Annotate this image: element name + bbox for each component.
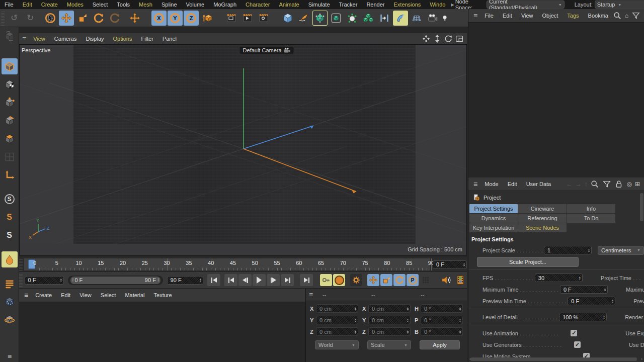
model-mode-icon[interactable] xyxy=(2,58,18,74)
menu-simulate[interactable]: Simulate xyxy=(304,2,335,8)
subdivision-surface-icon[interactable] xyxy=(329,11,344,26)
panel-menu-icon[interactable]: ≡ xyxy=(306,291,315,299)
lock-icon[interactable] xyxy=(614,179,623,189)
coord-field[interactable]: 0 cm▴▾ xyxy=(316,304,358,313)
undo-icon[interactable]: ↺ xyxy=(7,11,22,26)
go-to-start-icon[interactable] xyxy=(207,274,220,286)
key-position-icon[interactable] xyxy=(367,274,379,286)
vp-menu-display[interactable]: Display xyxy=(81,36,108,42)
apply-button[interactable]: Apply xyxy=(420,340,460,349)
target-icon[interactable]: ◎ xyxy=(626,180,631,188)
add-icon[interactable]: ⊞ xyxy=(635,180,640,188)
loop-start-field[interactable]: 0 F ▴▾ xyxy=(25,276,64,285)
key-pla-icon[interactable] xyxy=(420,274,432,286)
tab-dynamics[interactable]: Dynamics xyxy=(469,214,518,223)
key-parameter-icon[interactable]: P xyxy=(407,274,419,286)
object-row[interactable]: Project xyxy=(468,191,644,204)
spinner-icon[interactable]: ▴▾ xyxy=(602,315,605,319)
render-preview-icon[interactable] xyxy=(454,274,467,287)
rotate-cube-icon[interactable] xyxy=(2,312,18,328)
solo-single-icon[interactable]: S xyxy=(2,209,18,225)
menu-file[interactable]: File xyxy=(0,2,18,8)
menu-overflow-arrow[interactable]: ▶ xyxy=(450,3,455,7)
texture-mode-icon[interactable] xyxy=(2,76,18,93)
menu-edit[interactable]: Edit xyxy=(18,2,37,8)
menu-mograph[interactable]: MoGraph xyxy=(209,2,241,8)
tab-scene-nodes[interactable]: Scene Nodes xyxy=(518,223,567,232)
last-tool-icon[interactable] xyxy=(107,11,122,26)
scale-project-button[interactable]: Scale Project... xyxy=(477,257,579,267)
solo-hierarchy-icon[interactable]: S xyxy=(2,227,18,243)
filter-icon[interactable] xyxy=(602,179,611,189)
om-menu-object[interactable]: Object xyxy=(538,13,563,19)
value-field[interactable]: 100 %▴▾ xyxy=(559,313,607,321)
camera-label[interactable]: Default Camera xyxy=(240,47,294,54)
simulate-icon[interactable] xyxy=(377,11,392,26)
attr-menu-mode[interactable]: Mode xyxy=(480,181,503,187)
transport-grip[interactable] xyxy=(19,274,23,287)
coord-field[interactable]: 0 °▴▾ xyxy=(421,316,463,324)
pan-view-icon[interactable] xyxy=(422,34,431,43)
mat-menu-texture[interactable]: Texture xyxy=(149,292,177,298)
move-tool-icon[interactable] xyxy=(59,11,74,26)
forward-arrow-icon[interactable]: → xyxy=(575,180,581,188)
spinner-icon[interactable]: ▴▾ xyxy=(458,307,461,311)
coordinate-system-icon[interactable] xyxy=(200,11,215,26)
menu-extensions[interactable]: Extensions xyxy=(389,2,425,8)
om-menu-edit[interactable]: Edit xyxy=(498,13,517,19)
checkbox-checked[interactable]: ✓ xyxy=(574,341,581,348)
om-menu-view[interactable]: View xyxy=(517,13,538,19)
back-arrow-icon[interactable]: ← xyxy=(566,180,572,188)
spinner-icon[interactable]: ▴▾ xyxy=(458,330,461,334)
next-frame-icon[interactable] xyxy=(267,274,280,286)
mat-menu-view[interactable]: View xyxy=(75,292,96,298)
spinner-icon[interactable]: ▴▾ xyxy=(198,278,201,282)
render-settings-icon[interactable] xyxy=(256,11,271,26)
timeline-grip[interactable] xyxy=(19,258,23,270)
menu-modes[interactable]: Modes xyxy=(62,2,88,8)
primitive-cube-icon[interactable] xyxy=(280,11,295,26)
noise-cube-icon[interactable] xyxy=(2,294,18,310)
vp-menu-options[interactable]: Options xyxy=(109,36,137,42)
menu-tools[interactable]: Tools xyxy=(112,2,134,8)
panel-menu-icon[interactable]: ≡ xyxy=(470,12,480,20)
autokey-record-icon[interactable] xyxy=(333,274,345,286)
menu-mesh[interactable]: Mesh xyxy=(134,2,157,8)
menu-windo[interactable]: Windo xyxy=(425,2,450,8)
window-corner-menu-icon[interactable]: ≡ xyxy=(2,352,18,361)
menu-animate[interactable]: Animate xyxy=(274,2,303,8)
spinner-icon[interactable]: ▴▾ xyxy=(406,307,409,311)
attr-menu-user-data[interactable]: User Data xyxy=(522,181,556,187)
om-menu-bookma[interactable]: Bookma xyxy=(584,13,613,19)
workplane-icon[interactable] xyxy=(2,276,18,292)
vp-menu-panel[interactable]: Panel xyxy=(158,36,181,42)
rotate-tool-icon[interactable] xyxy=(91,11,106,26)
vp-menu-view[interactable]: View xyxy=(29,36,50,42)
coord-field[interactable]: 0 °▴▾ xyxy=(421,304,463,313)
z-axis-lock-icon[interactable]: Z xyxy=(184,11,199,26)
value-field[interactable]: 0 F▴▾ xyxy=(560,285,608,294)
spinner-icon[interactable]: ▴▾ xyxy=(578,276,581,280)
vp-menu-filter[interactable]: Filter xyxy=(136,36,157,42)
vp-menu-cameras[interactable]: Cameras xyxy=(50,36,82,42)
coord-field[interactable]: 0 cm▴▾ xyxy=(368,327,411,336)
object-manager-content[interactable] xyxy=(468,23,644,177)
key-scale-icon[interactable] xyxy=(380,274,392,286)
filter-icon[interactable] xyxy=(631,11,640,20)
current-frame-field[interactable]: 0 F ▴▾ xyxy=(433,260,467,269)
coord-field[interactable]: 0 cm▴▾ xyxy=(368,316,411,324)
y-axis-lock-icon[interactable]: Y xyxy=(168,11,183,26)
tab-info[interactable]: Info xyxy=(567,204,615,213)
spline-pen-icon[interactable] xyxy=(296,11,311,26)
record-keyframe-icon[interactable] xyxy=(320,274,332,286)
solo-off-icon[interactable]: S xyxy=(2,191,18,207)
points-mode-icon[interactable] xyxy=(2,95,18,111)
tweak-icon[interactable] xyxy=(2,251,18,267)
material-manager-content[interactable] xyxy=(19,302,305,362)
volume-icon[interactable] xyxy=(361,11,376,26)
transform-tool-icon[interactable] xyxy=(127,11,142,26)
section-title[interactable]: Project Settings xyxy=(468,232,644,244)
fields-icon[interactable] xyxy=(345,11,360,26)
preview-range-slider[interactable]: ‖ 0 F 90 F ‖ xyxy=(68,276,163,285)
tab-project-settings[interactable]: Project Settings xyxy=(469,204,518,213)
